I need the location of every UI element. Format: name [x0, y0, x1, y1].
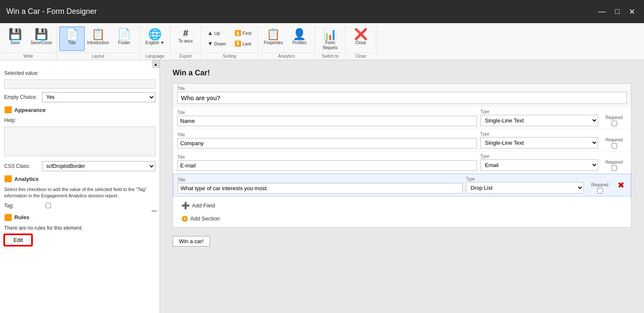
css-class-row: CSS Class: scfDroplistBorder	[0, 159, 160, 173]
write-group-label: Write	[2, 53, 55, 60]
main-layout: ▲ Selected value: Empty Choice: Yes No 🟧…	[0, 60, 644, 313]
profiles-button[interactable]: 👤 Profiles	[287, 27, 312, 51]
app-title: Win a Car - Form Designer	[6, 7, 596, 16]
help-row: Help:	[0, 116, 160, 125]
appearance-section-header[interactable]: 🟧 Appearance	[0, 104, 160, 116]
edit-rules-button[interactable]: Edit	[4, 234, 32, 246]
language-group-label: Language	[141, 53, 168, 60]
left-panel: ▲ Selected value: Empty Choice: Yes No 🟧…	[0, 60, 160, 313]
required-checkbox-3[interactable]	[597, 188, 603, 194]
window-controls: — □ ✕	[596, 6, 638, 17]
close-button[interactable]: ❌ Close	[348, 27, 373, 51]
save-close-icon: 💾	[35, 29, 48, 40]
field-type-select-1[interactable]: Single-Line Text Multi-Line Text Email D…	[480, 137, 598, 149]
first-icon: ⏫	[234, 30, 241, 36]
profiles-icon: 👤	[293, 29, 306, 40]
required-label-3: Required	[591, 183, 609, 187]
section-title-area: Title	[173, 84, 631, 107]
empty-choice-row: Empty Choice: Yes No	[0, 90, 160, 104]
field-row-email: Title Type Single-Line Text Multi-Line T…	[173, 151, 631, 174]
field-type-select-3[interactable]: Single-Line Text Multi-Line Text Email D…	[466, 182, 584, 194]
save-icon: 💾	[8, 29, 22, 40]
rules-icon: 🟧	[4, 214, 12, 221]
form-reports-button[interactable]: 📊 Form Reports	[317, 27, 343, 52]
switch-to-group-label: Switch to	[317, 53, 343, 60]
form-heading: Win a Car!	[173, 69, 631, 77]
down-button[interactable]: ▼ Down	[205, 39, 229, 48]
close-ribbon-icon: ❌	[354, 29, 367, 40]
english-label: English ▼	[145, 40, 164, 45]
save-label: Save	[11, 40, 20, 45]
ribbon-group-write: 💾 Save 💾 Save/Close Write	[0, 25, 57, 60]
save-close-button[interactable]: 💾 Save/Close	[29, 27, 54, 51]
first-button[interactable]: ⏫ First	[232, 28, 254, 38]
empty-choice-select[interactable]: Yes No	[42, 92, 155, 102]
empty-choice-label: Empty Choice:	[4, 94, 42, 100]
field-type-label-2: Type	[480, 154, 598, 159]
close-label: Close	[356, 40, 367, 45]
last-label: Last	[242, 41, 251, 46]
up-button[interactable]: ▲ Up	[205, 28, 229, 38]
rules-section: There are no rules for this element. Edi…	[0, 223, 160, 247]
rules-section-header[interactable]: 🟧 Rules	[0, 212, 160, 223]
section-title-input[interactable]	[177, 92, 627, 104]
minimize-button[interactable]: —	[596, 6, 608, 17]
footer-button[interactable]: 📄 Footer	[112, 27, 137, 51]
add-field-button[interactable]: ➕ Add Field	[177, 199, 219, 212]
tag-label: Tag:	[4, 203, 42, 209]
field-title-input-0[interactable]	[177, 116, 477, 126]
analytics-section-header[interactable]: 🟧 Analytics	[0, 173, 160, 185]
selected-value-input[interactable]	[4, 80, 155, 89]
close-group-label: Close	[347, 53, 374, 60]
export-group-label: Export	[172, 53, 199, 60]
form-section: Title Title Type Single-Line Text Multi-…	[173, 83, 631, 228]
field-title-input-1[interactable]	[177, 138, 477, 149]
add-field-label: Add Field	[192, 202, 215, 209]
properties-button[interactable]: 📋 Properties	[261, 27, 286, 51]
close-window-button[interactable]: ✕	[626, 6, 638, 17]
ribbon-group-switch-to: 📊 Form Reports Switch to	[315, 25, 346, 60]
form-reports-icon: 📊	[323, 29, 337, 40]
save-close-label: Save/Close	[30, 40, 52, 45]
introduction-icon: 📋	[91, 29, 105, 40]
save-button[interactable]: 💾 Save	[3, 27, 28, 51]
add-section-button[interactable]: + Add Section	[177, 212, 224, 225]
add-field-icon: ➕	[181, 202, 190, 210]
analytics-description: Select this checkbox to add the value of…	[0, 185, 160, 201]
title-button[interactable]: 📄 Title	[59, 27, 85, 51]
tag-checkbox[interactable]	[45, 203, 51, 208]
introduction-button[interactable]: 📋 Introduction	[85, 27, 111, 51]
required-checkbox-2[interactable]	[612, 165, 617, 171]
ribbon-group-language: 🌐 English ▼ Language	[140, 25, 170, 60]
export-icon: #	[183, 29, 188, 38]
footer-icon: 📄	[117, 29, 131, 40]
ribbon-group-close: ❌ Close Close	[346, 25, 376, 60]
tag-row: Tag:	[0, 201, 160, 210]
last-icon: ⏬	[234, 40, 241, 47]
field-title-input-3[interactable]	[178, 183, 463, 194]
content-area: Win a Car! Title Title Type Single-Line …	[160, 60, 644, 313]
submit-button[interactable]: Win a car!	[173, 236, 210, 247]
css-class-select[interactable]: scfDroplistBorder	[42, 161, 155, 171]
required-checkbox-0[interactable]	[612, 121, 617, 126]
first-label: First	[242, 31, 251, 36]
field-title-input-2[interactable]	[177, 160, 477, 171]
appearance-icon: 🟧	[4, 106, 12, 114]
english-button[interactable]: 🌐 English ▼	[142, 27, 168, 51]
profiles-label: Profiles	[293, 40, 306, 45]
required-label-2: Required	[606, 160, 623, 164]
help-label: Help:	[4, 117, 42, 123]
sorting-group-label: Sorting	[203, 53, 256, 60]
help-textarea[interactable]	[4, 127, 155, 156]
required-checkbox-1[interactable]	[612, 143, 617, 149]
field-title-label-1: Title	[177, 133, 477, 137]
field-type-select-2[interactable]: Single-Line Text Multi-Line Text Email D…	[480, 159, 598, 171]
delete-field-button[interactable]: ✖	[616, 180, 626, 190]
maximize-button[interactable]: □	[612, 6, 622, 17]
last-button[interactable]: ⏬ Last	[232, 39, 254, 48]
analytics-group-label: Analytics	[260, 53, 313, 60]
scroll-up-button[interactable]: ▲	[152, 60, 160, 68]
to-ascx-button[interactable]: # To ascx	[173, 27, 198, 51]
field-type-select-0[interactable]: Single-Line Text Multi-Line Text Email D…	[480, 115, 598, 126]
footer-label: Footer	[118, 40, 130, 45]
